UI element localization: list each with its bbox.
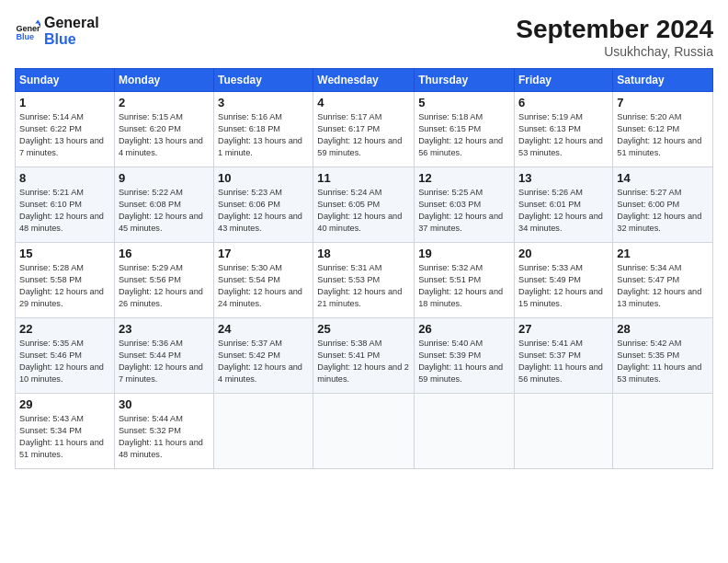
calendar-week-row: 29 Sunrise: 5:43 AMSunset: 5:34 PMDaylig…: [16, 394, 713, 469]
table-row: 21 Sunrise: 5:34 AMSunset: 5:47 PMDaylig…: [613, 243, 713, 318]
day-number: 20: [518, 247, 609, 260]
day-info: Sunrise: 5:33 AMSunset: 5:49 PMDaylight:…: [518, 263, 603, 308]
day-number: 27: [518, 322, 609, 336]
day-number: 26: [418, 322, 510, 336]
day-info: Sunrise: 5:40 AMSunset: 5:39 PMDaylight:…: [418, 339, 503, 384]
table-row: 18 Sunrise: 5:31 AMSunset: 5:53 PMDaylig…: [313, 243, 415, 318]
table-row: 2 Sunrise: 5:15 AMSunset: 6:20 PMDayligh…: [114, 92, 213, 167]
day-number: 30: [119, 397, 210, 411]
logo-blue: Blue: [44, 31, 99, 48]
day-info: Sunrise: 5:35 AMSunset: 5:46 PMDaylight:…: [19, 339, 104, 384]
location: Usukhchay, Russia: [516, 44, 713, 59]
table-row: 11 Sunrise: 5:24 AMSunset: 6:05 PMDaylig…: [313, 167, 415, 243]
day-number: 22: [19, 322, 110, 336]
day-number: 8: [19, 171, 110, 185]
logo-general: General: [44, 15, 99, 31]
table-row: 17 Sunrise: 5:30 AMSunset: 5:54 PMDaylig…: [214, 243, 313, 318]
calendar-week-row: 15 Sunrise: 5:28 AMSunset: 5:58 PMDaylig…: [16, 243, 713, 318]
table-row: [313, 394, 415, 469]
table-row: 7 Sunrise: 5:20 AMSunset: 6:12 PMDayligh…: [613, 92, 713, 167]
table-row: 22 Sunrise: 5:35 AMSunset: 5:46 PMDaylig…: [16, 318, 115, 394]
table-row: 8 Sunrise: 5:21 AMSunset: 6:10 PMDayligh…: [16, 167, 115, 243]
day-number: 25: [317, 322, 410, 336]
logo-icon: General Blue: [15, 18, 40, 44]
day-number: 18: [317, 247, 410, 260]
day-number: 29: [19, 397, 110, 411]
day-info: Sunrise: 5:31 AMSunset: 5:53 PMDaylight:…: [317, 263, 402, 308]
day-number: 4: [317, 96, 410, 109]
day-number: 9: [119, 171, 210, 185]
calendar-week-row: 22 Sunrise: 5:35 AMSunset: 5:46 PMDaylig…: [16, 318, 713, 394]
header: General Blue General Blue September 2024…: [15, 15, 713, 59]
day-info: Sunrise: 5:34 AMSunset: 5:47 PMDaylight:…: [617, 263, 701, 308]
col-saturday: Saturday: [613, 69, 713, 92]
table-row: [415, 394, 515, 469]
day-info: Sunrise: 5:28 AMSunset: 5:58 PMDaylight:…: [19, 263, 104, 308]
table-row: 6 Sunrise: 5:19 AMSunset: 6:13 PMDayligh…: [515, 92, 613, 167]
table-row: 16 Sunrise: 5:29 AMSunset: 5:56 PMDaylig…: [114, 243, 213, 318]
day-number: 2: [119, 96, 210, 109]
calendar-page: General Blue General Blue September 2024…: [0, 0, 728, 563]
day-number: 10: [218, 171, 309, 185]
table-row: 23 Sunrise: 5:36 AMSunset: 5:44 PMDaylig…: [114, 318, 213, 394]
day-number: 12: [418, 171, 510, 185]
day-info: Sunrise: 5:22 AMSunset: 6:08 PMDaylight:…: [119, 188, 203, 233]
col-monday: Monday: [114, 69, 213, 92]
day-info: Sunrise: 5:15 AMSunset: 6:20 PMDaylight:…: [119, 112, 203, 157]
table-row: [515, 394, 613, 469]
day-info: Sunrise: 5:23 AMSunset: 6:06 PMDaylight:…: [218, 188, 302, 233]
calendar-header-row: Sunday Monday Tuesday Wednesday Thursday…: [16, 69, 713, 92]
table-row: 30 Sunrise: 5:44 AMSunset: 5:32 PMDaylig…: [114, 394, 213, 469]
table-row: 15 Sunrise: 5:28 AMSunset: 5:58 PMDaylig…: [16, 243, 115, 318]
col-thursday: Thursday: [415, 69, 515, 92]
table-row: 26 Sunrise: 5:40 AMSunset: 5:39 PMDaylig…: [415, 318, 515, 394]
day-info: Sunrise: 5:32 AMSunset: 5:51 PMDaylight:…: [418, 263, 503, 308]
table-row: [613, 394, 713, 469]
day-info: Sunrise: 5:44 AMSunset: 5:32 PMDaylight:…: [119, 414, 203, 459]
col-wednesday: Wednesday: [313, 69, 415, 92]
day-info: Sunrise: 5:37 AMSunset: 5:42 PMDaylight:…: [218, 339, 302, 384]
day-info: Sunrise: 5:14 AMSunset: 6:22 PMDaylight:…: [19, 112, 104, 157]
calendar-table: Sunday Monday Tuesday Wednesday Thursday…: [15, 68, 713, 469]
day-info: Sunrise: 5:36 AMSunset: 5:44 PMDaylight:…: [119, 339, 203, 384]
day-info: Sunrise: 5:41 AMSunset: 5:37 PMDaylight:…: [518, 339, 603, 384]
day-number: 14: [617, 171, 709, 185]
day-number: 5: [418, 96, 510, 109]
title-block: September 2024 Usukhchay, Russia: [516, 15, 713, 59]
day-number: 6: [518, 96, 609, 109]
day-info: Sunrise: 5:38 AMSunset: 5:41 PMDaylight:…: [317, 339, 409, 384]
day-info: Sunrise: 5:27 AMSunset: 6:00 PMDaylight:…: [617, 188, 701, 233]
month-title: September 2024: [516, 15, 713, 44]
table-row: 3 Sunrise: 5:16 AMSunset: 6:18 PMDayligh…: [214, 92, 313, 167]
day-info: Sunrise: 5:29 AMSunset: 5:56 PMDaylight:…: [119, 263, 203, 308]
table-row: 12 Sunrise: 5:25 AMSunset: 6:03 PMDaylig…: [415, 167, 515, 243]
table-row: [214, 394, 313, 469]
day-number: 28: [617, 322, 709, 336]
day-info: Sunrise: 5:26 AMSunset: 6:01 PMDaylight:…: [518, 188, 603, 233]
calendar-week-row: 8 Sunrise: 5:21 AMSunset: 6:10 PMDayligh…: [16, 167, 713, 243]
day-info: Sunrise: 5:21 AMSunset: 6:10 PMDaylight:…: [19, 188, 104, 233]
day-info: Sunrise: 5:18 AMSunset: 6:15 PMDaylight:…: [418, 112, 503, 157]
col-tuesday: Tuesday: [214, 69, 313, 92]
table-row: 5 Sunrise: 5:18 AMSunset: 6:15 PMDayligh…: [415, 92, 515, 167]
svg-text:Blue: Blue: [16, 32, 34, 41]
day-info: Sunrise: 5:25 AMSunset: 6:03 PMDaylight:…: [418, 188, 503, 233]
day-info: Sunrise: 5:43 AMSunset: 5:34 PMDaylight:…: [19, 414, 104, 459]
day-info: Sunrise: 5:19 AMSunset: 6:13 PMDaylight:…: [518, 112, 603, 157]
table-row: 1 Sunrise: 5:14 AMSunset: 6:22 PMDayligh…: [16, 92, 115, 167]
table-row: 9 Sunrise: 5:22 AMSunset: 6:08 PMDayligh…: [114, 167, 213, 243]
table-row: 24 Sunrise: 5:37 AMSunset: 5:42 PMDaylig…: [214, 318, 313, 394]
day-number: 21: [617, 247, 709, 260]
day-number: 23: [119, 322, 210, 336]
table-row: 25 Sunrise: 5:38 AMSunset: 5:41 PMDaylig…: [313, 318, 415, 394]
col-sunday: Sunday: [16, 69, 115, 92]
day-info: Sunrise: 5:24 AMSunset: 6:05 PMDaylight:…: [317, 188, 402, 233]
day-number: 7: [617, 96, 709, 109]
svg-marker-2: [35, 19, 40, 23]
day-number: 17: [218, 247, 309, 260]
table-row: 10 Sunrise: 5:23 AMSunset: 6:06 PMDaylig…: [214, 167, 313, 243]
day-number: 13: [518, 171, 609, 185]
calendar-week-row: 1 Sunrise: 5:14 AMSunset: 6:22 PMDayligh…: [16, 92, 713, 167]
table-row: 19 Sunrise: 5:32 AMSunset: 5:51 PMDaylig…: [415, 243, 515, 318]
day-info: Sunrise: 5:42 AMSunset: 5:35 PMDaylight:…: [617, 339, 701, 384]
